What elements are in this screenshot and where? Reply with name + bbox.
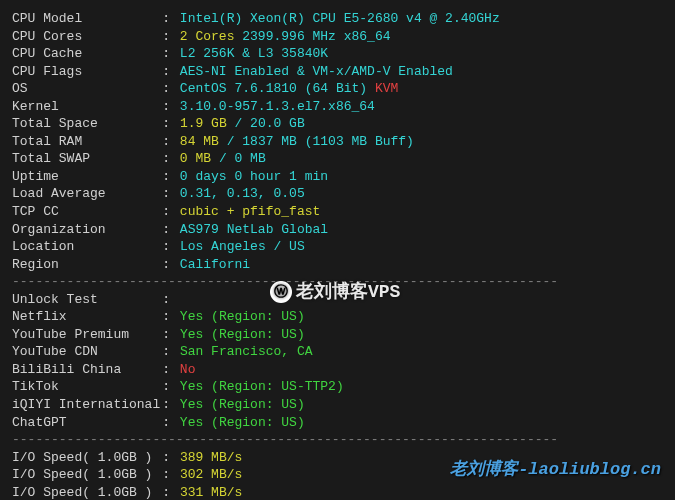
row-total-swap: Total SWAP : 0 MB / 0 MB — [12, 150, 663, 168]
value-ram-used: 84 MB — [180, 133, 219, 151]
value-netflix-status: Yes — [180, 308, 203, 326]
value-ytp-status: Yes — [180, 326, 203, 344]
row-os: OS : CentOS 7.6.1810 (64 Bit) KVM — [12, 80, 663, 98]
value-kernel: 3.10.0-957.1.3.el7.x86_64 — [180, 98, 375, 116]
row-cpu-cores: CPU Cores : 2 Cores 2399.996 MHz x86_64 — [12, 28, 663, 46]
value-uptime: 0 days 0 hour 1 min — [180, 168, 328, 186]
row-kernel: Kernel : 3.10.0-957.1.3.el7.x86_64 — [12, 98, 663, 116]
value-io-1: 389 MB/s — [180, 449, 242, 467]
row-io-3: I/O Speed( 1.0GB ) : 331 MB/s — [12, 484, 663, 500]
row-load-avg: Load Average : 0.31, 0.13, 0.05 — [12, 185, 663, 203]
row-youtube-cdn: YouTube CDN : San Francisco, CA — [12, 343, 663, 361]
value-swap-used: 0 MB — [180, 150, 211, 168]
value-os-virt: KVM — [367, 80, 398, 98]
value-ytcdn: San Francisco, CA — [180, 343, 313, 361]
row-cpu-cache: CPU Cache : L2 256K & L3 35840K — [12, 45, 663, 63]
row-bilibili: BiliBili China : No — [12, 361, 663, 379]
value-location: Los Angeles / US — [180, 238, 305, 256]
value-tiktok-status: Yes — [180, 378, 203, 396]
row-total-ram: Total RAM : 84 MB / 1837 MB (1103 MB Buf… — [12, 133, 663, 151]
value-io-3: 331 MB/s — [180, 484, 242, 500]
row-location: Location : Los Angeles / US — [12, 238, 663, 256]
row-chatgpt: ChatGPT : Yes (Region: US) — [12, 414, 663, 432]
row-region: Region : Californi — [12, 256, 663, 274]
value-io-2: 302 MB/s — [180, 466, 242, 484]
row-uptime: Uptime : 0 days 0 hour 1 min — [12, 168, 663, 186]
value-iqiyi-status: Yes — [180, 396, 203, 414]
value-bilibili-status: No — [180, 361, 196, 379]
value-chatgpt-detail: (Region: US) — [211, 414, 305, 432]
value-load-avg: 0.31, 0.13, 0.05 — [180, 185, 305, 203]
row-cpu-flags: CPU Flags : AES-NI Enabled & VM-x/AMD-V … — [12, 63, 663, 81]
value-tiktok-detail: (Region: US-TTP2) — [211, 378, 344, 396]
value-cpu-model: Intel(R) Xeon(R) CPU E5-2680 v4 @ 2.40GH… — [180, 10, 500, 28]
divider-line: ----------------------------------------… — [12, 431, 663, 449]
value-region: Californi — [180, 256, 250, 274]
row-tcp-cc: TCP CC : cubic + pfifo_fast — [12, 203, 663, 221]
weibo-icon: ⓦ — [270, 281, 292, 303]
value-ram-total: / 1837 MB (1103 MB Buff) — [219, 133, 414, 151]
row-youtube-premium: YouTube Premium : Yes (Region: US) — [12, 326, 663, 344]
value-iqiyi-detail: (Region: US) — [211, 396, 305, 414]
value-chatgpt-status: Yes — [180, 414, 203, 432]
value-cpu-cores-freq: 2399.996 MHz x86_64 — [234, 28, 390, 46]
row-tiktok: TikTok : Yes (Region: US-TTP2) — [12, 378, 663, 396]
label-cpu-model: CPU Model — [12, 10, 82, 28]
value-space-used: 1.9 GB — [180, 115, 227, 133]
watermark-url: 老刘博客-laoliublog.cn — [450, 459, 661, 482]
row-total-space: Total Space : 1.9 GB / 20.0 GB — [12, 115, 663, 133]
value-cpu-cache: L2 256K & L3 35840K — [180, 45, 328, 63]
row-cpu-model: CPU Model : Intel(R) Xeon(R) CPU E5-2680… — [12, 10, 663, 28]
row-organization: Organization : AS979 NetLab Global — [12, 221, 663, 239]
value-os: CentOS 7.6.1810 (64 Bit) — [180, 80, 367, 98]
value-netflix-detail: (Region: US) — [211, 308, 305, 326]
row-iqiyi: iQIYI International: Yes (Region: US) — [12, 396, 663, 414]
row-netflix: Netflix : Yes (Region: US) — [12, 308, 663, 326]
value-space-total: / 20.0 GB — [227, 115, 305, 133]
value-swap-total: / 0 MB — [211, 150, 266, 168]
value-cpu-cores-count: 2 Cores — [180, 28, 235, 46]
value-cpu-flags: AES-NI Enabled & VM-x/AMD-V Enabled — [180, 63, 453, 81]
value-organization: AS979 NetLab Global — [180, 221, 328, 239]
value-ytp-detail: (Region: US) — [211, 326, 305, 344]
watermark-logo: ⓦ 老刘博客VPS — [270, 280, 400, 304]
value-tcp-cc: cubic + pfifo_fast — [180, 203, 320, 221]
